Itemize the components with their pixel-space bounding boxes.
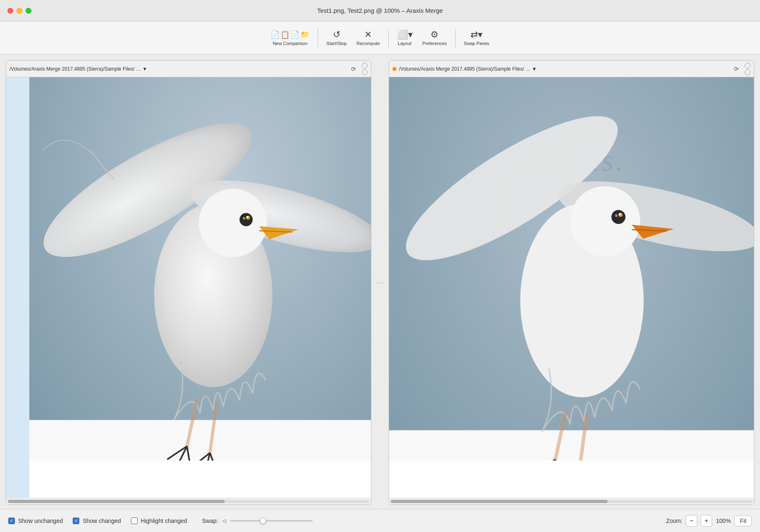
maximize-button[interactable] <box>26 8 31 14</box>
right-pane-bottom-white <box>389 461 754 498</box>
right-pane-image: araxis. <box>389 77 754 461</box>
pane-divider: ··· <box>371 60 389 505</box>
zoom-label: Zoom: <box>666 518 683 524</box>
traffic-lights <box>7 8 31 14</box>
svg-point-7 <box>240 213 253 226</box>
show-unchanged-item: ✓ Show unchanged <box>8 518 63 524</box>
titlebar: Test1.png, Test2.png @ 100% – Araxis Mer… <box>0 0 760 21</box>
right-pane-inner: araxis. <box>389 77 754 504</box>
svg-point-25 <box>570 186 640 256</box>
show-changed-checkbox[interactable]: ✓ <box>73 518 79 524</box>
left-pane-image <box>29 77 371 461</box>
new-comparison-label: New Comparison <box>273 41 307 46</box>
right-pane-link-top-icon <box>745 63 750 69</box>
toolbar-separator-3 <box>455 29 456 47</box>
svg-rect-1 <box>29 420 371 461</box>
preferences-icon: ⚙ <box>430 30 439 39</box>
svg-point-9 <box>243 217 245 219</box>
left-pane-link-top-icon <box>362 63 368 69</box>
left-pane-path: /Volumes/Araxis Merge 2017.4895 (Sierra)… <box>10 66 347 72</box>
right-pane-scrollbar-thumb <box>391 500 608 503</box>
main-content: /Volumes/Araxis Merge 2017.4895 (Sierra)… <box>0 55 760 505</box>
preferences-button[interactable]: ⚙ Preferences <box>418 28 451 48</box>
swap-slider-arrow-left-icon: ◁ <box>222 518 226 524</box>
right-pane-image-row: araxis. <box>389 77 754 498</box>
show-unchanged-label: Show unchanged <box>18 518 63 524</box>
divider-dots-icon: ··· <box>375 278 384 287</box>
start-stop-icon: ↺ <box>333 30 340 39</box>
zoom-section: Zoom: − + 100% Fit <box>666 515 752 527</box>
right-pane-scroll-area[interactable]: araxis. <box>389 77 754 461</box>
left-pane-image-wrapper <box>29 77 371 498</box>
left-pane-scroll-area[interactable] <box>29 77 371 461</box>
new-doc3-icon: 📄 <box>290 30 299 39</box>
highlight-changed-item: Highlight changed <box>131 518 187 524</box>
right-pane-header: /Volumes/Araxis Merge 2017.4895 (Sierra)… <box>389 61 754 77</box>
layout-button[interactable]: ⬜▾ Layout <box>393 28 417 48</box>
highlight-changed-checkbox[interactable] <box>131 518 138 524</box>
highlight-changed-label: Highlight changed <box>141 518 187 524</box>
left-pane-scrollbar-track <box>8 500 369 503</box>
layout-label: Layout <box>398 41 411 46</box>
svg-point-30 <box>619 213 621 215</box>
toolbar-separator-1 <box>318 29 318 47</box>
toolbar: 📄 📋 📄 📁 New Comparison ↺ Start/Stop ✕ Re… <box>0 21 760 55</box>
new-comparison-button[interactable]: 📄 📋 📄 📁 New Comparison <box>266 28 314 48</box>
left-pane-history-button[interactable]: ⟳ <box>349 65 358 73</box>
recompute-label: Recompute <box>356 41 380 46</box>
swap-label: Swap: <box>202 518 218 524</box>
svg-point-27 <box>611 210 625 224</box>
swap-panes-label: Swap Panes <box>464 41 489 46</box>
left-pane-image-row <box>6 77 371 498</box>
right-pane-link-bottom-icon <box>745 69 750 75</box>
left-pane-bottom-white <box>29 461 371 498</box>
recompute-button[interactable]: ✕ Recompute <box>352 28 384 48</box>
right-pane: /Volumes/Araxis Merge 2017.4895 (Sierra)… <box>389 60 754 505</box>
new-doc-icon: 📄 <box>271 30 280 39</box>
svg-point-29 <box>615 214 618 217</box>
show-changed-check-icon: ✓ <box>74 518 78 523</box>
right-pane-image-wrapper: araxis. <box>389 77 754 498</box>
toolbar-separator-2 <box>388 29 389 47</box>
swap-panes-button[interactable]: ⇄▾ Swap Panes <box>460 28 494 48</box>
svg-rect-20 <box>389 430 754 461</box>
right-pane-scrollbar[interactable] <box>389 498 754 504</box>
right-pane-dot <box>392 67 397 71</box>
right-pane-path: /Volumes/Araxis Merge 2017.4895 (Sierra)… <box>399 66 730 72</box>
new-folder-icon: 📁 <box>300 30 309 39</box>
window-title: Test1.png, Test2.png @ 100% – Araxis Mer… <box>317 7 443 14</box>
bottom-bar: ✓ Show unchanged ✓ Show changed Highligh… <box>0 509 760 532</box>
show-changed-label: Show changed <box>83 518 121 524</box>
layout-icon: ⬜▾ <box>397 30 413 39</box>
svg-point-10 <box>247 216 249 218</box>
right-pane-link-icons <box>745 63 750 75</box>
show-changed-item: ✓ Show changed <box>73 518 121 524</box>
swap-slider-thumb[interactable] <box>260 518 266 524</box>
svg-point-5 <box>199 189 267 257</box>
zoom-value: 100% <box>715 518 731 524</box>
minimize-button[interactable] <box>17 8 22 14</box>
panes-row: /Volumes/Araxis Merge 2017.4895 (Sierra)… <box>6 60 754 505</box>
right-pane-history-button[interactable]: ⟳ <box>732 65 741 73</box>
swap-panes-icon: ⇄▾ <box>470 30 482 39</box>
left-pane-link-bottom-icon <box>362 69 368 75</box>
left-pane: /Volumes/Araxis Merge 2017.4895 (Sierra)… <box>6 60 371 505</box>
left-pane-scrollbar[interactable] <box>6 498 371 504</box>
start-stop-label: Start/Stop <box>326 41 347 46</box>
close-button[interactable] <box>7 8 13 14</box>
swap-slider-track[interactable] <box>230 520 313 522</box>
zoom-plus-button[interactable]: + <box>701 515 712 527</box>
show-unchanged-checkbox[interactable]: ✓ <box>8 518 15 524</box>
show-unchanged-check-icon: ✓ <box>10 518 14 523</box>
left-pane-inner <box>6 77 371 504</box>
preferences-label: Preferences <box>423 41 447 46</box>
start-stop-button[interactable]: ↺ Start/Stop <box>322 28 351 48</box>
zoom-minus-button[interactable]: − <box>686 515 697 527</box>
recompute-icon: ✕ <box>364 30 372 39</box>
swap-section: Swap: ◁ <box>202 518 313 524</box>
right-pane-scrollbar-track <box>391 500 752 503</box>
left-pane-gutter <box>6 77 29 498</box>
left-pane-link-icons <box>362 63 368 75</box>
fit-button[interactable]: Fit <box>734 515 752 526</box>
left-pane-header: /Volumes/Araxis Merge 2017.4895 (Sierra)… <box>6 61 371 77</box>
